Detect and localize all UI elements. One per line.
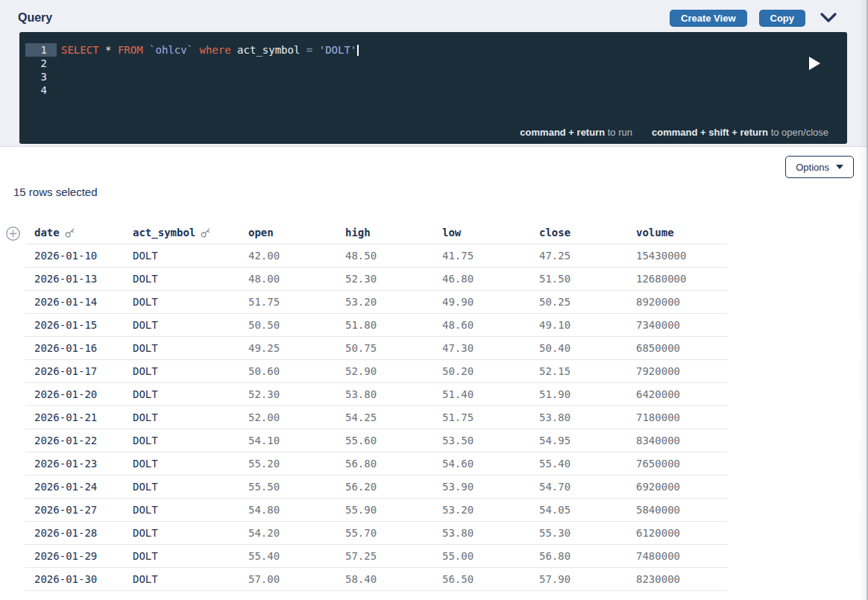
table-cell[interactable]: 49.25 <box>239 337 336 359</box>
table-cell[interactable]: DOLT <box>124 499 239 521</box>
table-cell[interactable]: 2026-01-21 <box>25 406 124 429</box>
table-cell[interactable]: 50.50 <box>239 314 336 336</box>
table-cell[interactable]: 48.50 <box>336 244 433 267</box>
table-cell[interactable]: 2026-01-16 <box>25 337 124 359</box>
table-cell[interactable]: 51.75 <box>239 291 336 313</box>
table-cell[interactable]: 51.50 <box>530 268 627 290</box>
table-cell[interactable]: 52.15 <box>530 360 627 382</box>
table-cell[interactable]: 2026-01-13 <box>25 268 124 290</box>
table-cell[interactable]: 56.50 <box>433 568 530 590</box>
table-cell[interactable]: 2026-01-17 <box>25 360 124 382</box>
table-cell[interactable]: 57.90 <box>530 568 627 590</box>
column-header-volume[interactable]: volume <box>627 221 727 244</box>
table-cell[interactable]: 52.00 <box>239 406 336 429</box>
table-cell[interactable]: 5840000 <box>627 499 727 521</box>
table-cell[interactable]: 54.70 <box>530 476 627 498</box>
table-cell[interactable]: 47.30 <box>433 337 530 359</box>
table-cell[interactable]: 2026-01-14 <box>25 291 124 313</box>
table-cell[interactable]: 54.60 <box>433 452 530 475</box>
scrollbar-track[interactable] <box>858 0 868 600</box>
table-cell[interactable]: DOLT <box>124 452 239 475</box>
table-cell[interactable]: 42.00 <box>239 244 336 267</box>
table-cell[interactable]: 2026-01-24 <box>25 476 124 498</box>
create-view-button[interactable]: Create View <box>670 10 746 27</box>
copy-button[interactable]: Copy <box>759 10 806 27</box>
table-cell[interactable]: 2026-01-20 <box>25 383 124 405</box>
table-cell[interactable]: 53.80 <box>336 383 433 405</box>
table-cell[interactable]: 50.20 <box>433 360 530 382</box>
table-cell[interactable]: 6850000 <box>627 337 727 359</box>
table-cell[interactable]: 53.50 <box>433 429 530 452</box>
table-cell[interactable]: 50.25 <box>530 291 627 313</box>
table-cell[interactable]: 56.80 <box>336 452 433 475</box>
table-cell[interactable]: 6420000 <box>627 383 727 405</box>
table-cell[interactable]: 49.10 <box>530 314 627 336</box>
table-cell[interactable]: 54.20 <box>239 522 336 544</box>
table-cell[interactable]: 55.40 <box>239 545 336 567</box>
table-cell[interactable]: DOLT <box>124 522 239 544</box>
table-cell[interactable]: 8230000 <box>627 568 727 590</box>
table-cell[interactable]: 2026-01-10 <box>25 244 124 267</box>
table-cell[interactable]: DOLT <box>124 268 239 290</box>
table-cell[interactable]: 7920000 <box>627 360 727 382</box>
table-cell[interactable]: 51.40 <box>433 383 530 405</box>
table-cell[interactable]: 12680000 <box>627 268 727 290</box>
table-cell[interactable]: DOLT <box>124 383 239 405</box>
table-cell[interactable]: DOLT <box>124 545 239 567</box>
table-cell[interactable]: DOLT <box>124 337 239 359</box>
table-cell[interactable]: 2026-01-30 <box>25 568 124 590</box>
add-column-button[interactable] <box>5 226 21 241</box>
column-header-close[interactable]: close <box>530 221 627 244</box>
table-cell[interactable]: 15430000 <box>627 244 727 267</box>
column-header-date[interactable]: date <box>25 221 124 244</box>
table-cell[interactable]: 55.20 <box>239 452 336 475</box>
table-cell[interactable]: DOLT <box>124 476 239 498</box>
table-cell[interactable]: 48.60 <box>433 314 530 336</box>
column-header-act_symbol[interactable]: act_symbol <box>124 221 239 244</box>
table-cell[interactable]: 7340000 <box>627 314 727 336</box>
table-cell[interactable]: DOLT <box>124 429 239 452</box>
table-cell[interactable]: 48.00 <box>239 268 336 290</box>
table-cell[interactable]: 7480000 <box>627 545 727 567</box>
table-cell[interactable]: 52.30 <box>336 268 433 290</box>
table-cell[interactable]: 53.80 <box>433 522 530 544</box>
column-header-open[interactable]: open <box>239 221 336 244</box>
table-cell[interactable]: 2026-01-22 <box>25 429 124 452</box>
table-cell[interactable]: 55.50 <box>239 476 336 498</box>
table-cell[interactable]: 50.60 <box>239 360 336 382</box>
collapse-editor-button[interactable] <box>817 11 840 25</box>
table-cell[interactable]: 8920000 <box>627 291 727 313</box>
table-cell[interactable]: 47.25 <box>530 244 627 267</box>
table-cell[interactable]: 46.80 <box>433 268 530 290</box>
table-cell[interactable]: 51.80 <box>336 314 433 336</box>
table-cell[interactable]: DOLT <box>124 314 239 336</box>
table-cell[interactable]: 52.30 <box>239 383 336 405</box>
column-header-high[interactable]: high <box>336 221 433 244</box>
options-button[interactable]: Options <box>785 156 854 178</box>
table-cell[interactable]: 54.05 <box>530 499 627 521</box>
table-cell[interactable]: 53.20 <box>433 499 530 521</box>
table-cell[interactable]: 54.95 <box>530 429 627 452</box>
table-cell[interactable]: DOLT <box>124 291 239 313</box>
table-cell[interactable]: 57.25 <box>336 545 433 567</box>
table-cell[interactable]: 55.60 <box>336 429 433 452</box>
table-cell[interactable]: 54.25 <box>336 406 433 429</box>
table-cell[interactable]: 58.40 <box>336 568 433 590</box>
table-cell[interactable]: 51.75 <box>433 406 530 429</box>
table-cell[interactable]: 49.90 <box>433 291 530 313</box>
table-cell[interactable]: 55.70 <box>336 522 433 544</box>
table-cell[interactable]: 53.90 <box>433 476 530 498</box>
table-cell[interactable]: 6120000 <box>627 522 727 544</box>
table-cell[interactable]: 54.10 <box>239 429 336 452</box>
column-header-low[interactable]: low <box>433 221 530 244</box>
table-cell[interactable]: 50.75 <box>336 337 433 359</box>
table-cell[interactable]: 7650000 <box>627 452 727 475</box>
table-cell[interactable]: 53.20 <box>336 291 433 313</box>
table-cell[interactable]: 51.90 <box>530 383 627 405</box>
table-cell[interactable]: DOLT <box>124 360 239 382</box>
table-cell[interactable]: 55.40 <box>530 452 627 475</box>
table-cell[interactable]: 55.00 <box>433 545 530 567</box>
table-cell[interactable]: 57.00 <box>239 568 336 590</box>
table-cell[interactable]: 2026-01-27 <box>25 499 124 521</box>
table-cell[interactable]: 2026-01-23 <box>25 452 124 475</box>
